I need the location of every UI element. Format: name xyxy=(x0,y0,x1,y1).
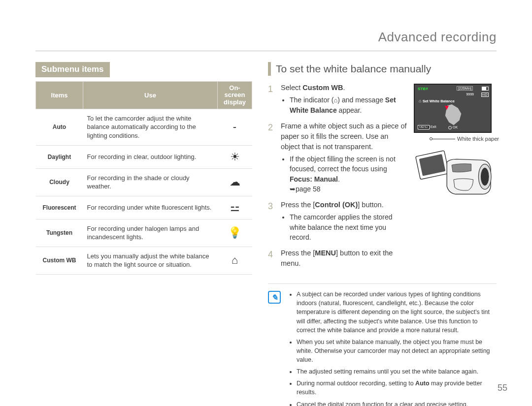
steps-container: 1 Select Custom WB. The indicator (⌂) an… xyxy=(268,83,407,275)
custom-wb-icon: ⌂ xyxy=(218,247,252,274)
th-use: Use xyxy=(83,82,218,109)
th-items: Items xyxy=(36,82,83,109)
submenu-heading: Submenu items xyxy=(35,62,110,77)
pointer-icon: ▼ xyxy=(443,103,450,111)
cell-item: Tungsten xyxy=(36,219,83,247)
submenu-table: Items Use On-screen display Auto To let … xyxy=(35,81,252,275)
th-display: On-screen display xyxy=(218,82,252,109)
right-column: To set the white balance manually 1 Sele… xyxy=(268,62,497,406)
note-box: ✎ A subject can be recorded under variou… xyxy=(268,283,497,406)
lcd-ok-hint: OK xyxy=(448,125,458,129)
table-header-row: Items Use On-screen display xyxy=(36,82,252,109)
cell-use: For recording under halogen lamps and in… xyxy=(83,219,218,247)
table-row: Daylight For recording in clear, outdoor… xyxy=(36,145,252,168)
step-2-sub: If the object filling the screen is not … xyxy=(290,154,407,194)
heading-accent-bar xyxy=(268,62,271,76)
lcd-stby-label: STBY xyxy=(418,87,428,91)
bulb-icon: 💡 xyxy=(218,219,252,247)
cell-item: Auto xyxy=(36,109,83,145)
cell-item: Fluorescent xyxy=(36,196,83,219)
svg-point-3 xyxy=(481,168,489,186)
step-1-sub: The indicator (⌂) and message Set White … xyxy=(290,95,407,115)
table-row: Tungsten For recording under halogen lam… xyxy=(36,219,252,247)
left-column: Submenu items Items Use On-screen displa… xyxy=(35,62,252,406)
note-item: A subject can be recorded under various … xyxy=(297,290,497,335)
page-title: Advanced recording xyxy=(35,30,497,51)
table-row: Fluorescent For recording under white fl… xyxy=(36,196,252,219)
table-row: Custom WB Lets you manually adjust the w… xyxy=(36,247,252,274)
paper-callout: White thick paper xyxy=(457,136,499,142)
note-item: The adjusted setting remains until you s… xyxy=(297,367,497,376)
table-row: Cloudy For recording in the shade or clo… xyxy=(36,168,252,196)
camcorder-illustration xyxy=(414,149,497,204)
step-number: 4 xyxy=(268,248,273,261)
note-item: Cancel the digital zoom function for a c… xyxy=(297,400,497,406)
step-number: 3 xyxy=(268,200,273,213)
cloud-icon: ☁ xyxy=(218,168,252,196)
wb-auto-icon: - xyxy=(218,109,252,145)
note-item: During normal outdoor recording, setting… xyxy=(297,379,497,397)
step-number: 2 xyxy=(268,121,273,134)
figure-column: STBY [220Min] 9999 HD ⌂ Set White Balanc… xyxy=(414,83,497,275)
cell-item: Cloudy xyxy=(36,168,83,196)
lcd-time-remaining: [220Min] xyxy=(457,86,473,91)
page-root: Advanced recording Submenu items Items U… xyxy=(0,0,532,406)
cell-use: Lets you manually adjust the white balan… xyxy=(83,247,218,274)
page-ref-icon: ➥ xyxy=(290,185,296,193)
note-list: A subject can be recorded under various … xyxy=(288,290,497,406)
cell-item: Daylight xyxy=(36,145,83,168)
page-number: 55 xyxy=(498,383,507,393)
lcd-swb-label: ⌂ Set White Balance xyxy=(419,98,455,103)
note-icon: ✎ xyxy=(268,291,281,304)
step-1: 1 Select Custom WB. The indicator (⌂) an… xyxy=(268,83,407,115)
step-3: 3 Press the [Control (OK)] button. The c… xyxy=(268,200,407,242)
section-heading: To set the white balance manually xyxy=(268,62,497,76)
step-2: 2 Frame a white object such as a piece o… xyxy=(268,121,407,194)
step-3-sub: The camcorder applies the stored white b… xyxy=(290,212,407,242)
two-column-layout: Submenu items Items Use On-screen displa… xyxy=(35,62,497,406)
steps-list: 1 Select Custom WB. The indicator (⌂) an… xyxy=(268,83,407,269)
step-4: 4 Press the [MENU] button to exit the me… xyxy=(268,248,407,269)
lcd-counter: 9999 xyxy=(466,93,474,96)
cell-use: For recording in clear, outdoor lighting… xyxy=(83,145,218,168)
fluorescent-icon: ⚍ xyxy=(218,196,252,219)
heading-text: To set the white balance manually xyxy=(276,63,431,75)
steps-and-figure: 1 Select Custom WB. The indicator (⌂) an… xyxy=(268,83,497,275)
lcd-menu-hint: MENUExit xyxy=(418,125,436,129)
battery-icon xyxy=(482,87,489,91)
step-number: 1 xyxy=(268,83,273,95)
sun-icon: ☀ xyxy=(218,145,252,168)
note-item: When you set white balance manually, the… xyxy=(297,338,497,364)
table-row: Auto To let the camcorder adjust the whi… xyxy=(36,109,252,145)
lcd-screen: STBY [220Min] 9999 HD ⌂ Set White Balanc… xyxy=(414,84,492,133)
cell-item: Custom WB xyxy=(36,247,83,274)
cell-use: For recording under white fluorescent li… xyxy=(83,196,218,219)
hd-icon: HD xyxy=(481,93,489,97)
cell-use: To let the camcorder adjust the white ba… xyxy=(83,109,218,145)
cell-use: For recording in the shade or cloudy wea… xyxy=(83,168,218,196)
